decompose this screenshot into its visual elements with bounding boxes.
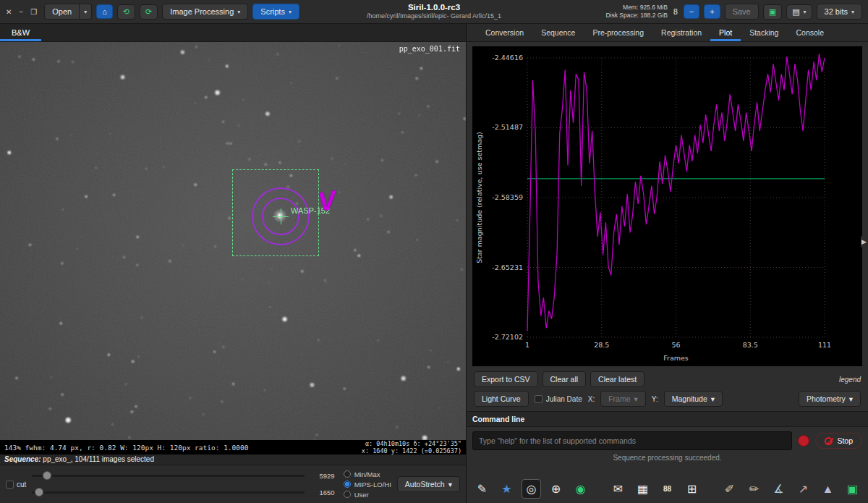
zoom-out-button[interactable]: − xyxy=(684,4,699,19)
y-axis-select[interactable]: Magnitude ▾ xyxy=(664,391,723,407)
tab-registration[interactable]: Registration xyxy=(652,24,710,41)
command-input[interactable] xyxy=(472,431,792,450)
radio-mips-lohi[interactable] xyxy=(344,481,351,488)
minus-icon: − xyxy=(689,7,694,16)
zoom-in-button[interactable]: + xyxy=(704,4,720,19)
grid-icon[interactable]: ▦ xyxy=(633,479,652,499)
radio-user[interactable] xyxy=(344,491,351,498)
x-axis-select[interactable]: Frame ▾ xyxy=(600,391,646,407)
photometry-aperture-icon[interactable]: ◉ xyxy=(571,479,590,499)
x-tick-label: 111 xyxy=(818,341,831,349)
light-curve-button[interactable]: Light Curve xyxy=(474,391,529,407)
stop-icon xyxy=(825,437,833,445)
panel-expander[interactable]: ▶ xyxy=(861,236,867,248)
monitor-display-icon[interactable]: ▣ xyxy=(843,479,862,499)
image-icon: ▤ xyxy=(792,7,799,17)
photometry-select[interactable]: Photometry ▾ xyxy=(799,391,861,407)
processing-status: Sequence processing succeeded. xyxy=(467,452,868,463)
coord-ra-dec: α: 04h10m10s δ: +24°23'35" xyxy=(362,440,461,447)
save-button[interactable]: Save xyxy=(725,4,759,20)
histogram-icon[interactable]: ▲ xyxy=(818,479,838,499)
chevron-down-icon: ▾ xyxy=(711,394,715,403)
tab-console[interactable]: Console xyxy=(787,24,833,41)
bit-depth-label: 32 bits xyxy=(825,7,848,16)
open-dropdown-button[interactable]: ▾ xyxy=(80,4,92,20)
clear-all-button[interactable]: Clear all xyxy=(542,371,587,387)
chevron-down-icon: ▾ xyxy=(84,9,87,15)
radio-mips-lohi-label: MIPS-LO/HI xyxy=(354,481,391,489)
close-icon[interactable]: ✕ xyxy=(6,8,12,16)
x-tick-label: 83.5 xyxy=(743,341,758,349)
tab-plot[interactable]: Plot xyxy=(710,24,741,41)
y-tick-label: -2.51487 xyxy=(492,123,523,131)
scripts-button[interactable]: Scripts ▾ xyxy=(252,4,299,20)
image-tabbar: B&W xyxy=(0,24,466,42)
image-processing-button[interactable]: Image Processing ▾ xyxy=(162,4,248,20)
sequence-label: Sequence: xyxy=(4,455,41,463)
tab-bw[interactable]: B&W xyxy=(0,24,41,41)
image-viewport[interactable]: pp_exo_001.fit WASP-152 V xyxy=(0,42,466,440)
compass-icon[interactable]: ∡ xyxy=(769,479,788,499)
slider-handle[interactable] xyxy=(43,471,51,480)
coord-xy: x: 1640 y: 1422 (=0.025637) xyxy=(362,447,461,455)
globe-astrometry-icon[interactable]: ⊕ xyxy=(546,479,566,499)
display-mode-button[interactable]: ▤ ▾ xyxy=(786,4,812,20)
y-tick-label: -2.72102 xyxy=(492,333,523,341)
plot-controls: Light Curve Julian Date X: Frame ▾ Y: Ma… xyxy=(467,389,868,411)
low-level-slider[interactable] xyxy=(32,491,304,494)
tab-stacking[interactable]: Stacking xyxy=(741,24,787,41)
chevron-down-icon: ▾ xyxy=(849,394,853,403)
y-tick-label: -2.65231 xyxy=(492,263,523,271)
eyedropper-icon[interactable]: ✐ xyxy=(720,479,739,499)
x-axis-label: X: xyxy=(588,395,595,403)
open-button[interactable]: Open xyxy=(44,4,80,20)
image-processing-label: Image Processing xyxy=(170,7,234,16)
cut-checkbox[interactable] xyxy=(6,481,14,489)
scaling-mode-radios: Min/Max MIPS-LO/HI User xyxy=(344,470,391,499)
radio-minmax[interactable] xyxy=(344,470,351,478)
clear-latest-button[interactable]: Clear latest xyxy=(590,371,644,387)
julian-date-checkbox[interactable] xyxy=(535,395,542,403)
slider-handle[interactable] xyxy=(35,488,43,496)
x-axis-title: Frames xyxy=(663,354,689,362)
x-tick-label: 1 xyxy=(525,341,529,349)
message-icon[interactable]: ⊞ xyxy=(682,479,702,499)
high-level-slider[interactable] xyxy=(32,475,304,477)
clear-command-icon[interactable] xyxy=(798,435,809,447)
stop-button[interactable]: Stop xyxy=(815,433,862,449)
pen-icon[interactable]: ✏ xyxy=(744,479,764,499)
radio-minmax-label: Min/Max xyxy=(354,470,380,478)
control-panel: Conversion Sequence Pre-processing Regis… xyxy=(466,24,868,503)
export-csv-button[interactable]: Export to CSV xyxy=(474,371,538,387)
snapshot-button[interactable]: ▣ xyxy=(763,4,782,20)
undo-button[interactable]: ⟲ xyxy=(117,4,135,20)
chat-icon[interactable]: ✉ xyxy=(608,479,628,499)
y-tick-label: -2.44616 xyxy=(492,54,523,62)
calculator-icon[interactable]: 88 xyxy=(658,479,677,499)
redo-button[interactable]: ⟳ xyxy=(140,4,158,20)
plus-icon: + xyxy=(710,7,714,16)
autostretch-button[interactable]: AutoStretch ▾ xyxy=(397,476,460,492)
target-selection-icon[interactable]: ◎ xyxy=(522,479,541,499)
tab-sequence[interactable]: Sequence xyxy=(532,24,584,41)
home-button[interactable]: ⌂ xyxy=(96,4,113,19)
script-editor-icon[interactable]: ✎ xyxy=(472,479,492,499)
minimize-icon[interactable]: − xyxy=(19,8,23,16)
needle-icon[interactable]: ↗ xyxy=(793,479,813,499)
titlebar: ✕ − ❐ Open ▾ ⌂ ⟲ ⟳ Image Processing ▾ Sc… xyxy=(0,0,868,24)
tab-conversion[interactable]: Conversion xyxy=(477,24,532,41)
selection-box[interactable]: WASP-152 V xyxy=(232,169,319,256)
tab-preprocessing[interactable]: Pre-processing xyxy=(584,24,652,41)
light-curve-plot: -2.44616-2.51487-2.58359-2.65231-2.72102… xyxy=(472,46,862,366)
maximize-icon[interactable]: ❐ xyxy=(30,8,37,16)
window-controls: ✕ − ❐ xyxy=(6,8,37,16)
image-filename: pp_exo_001.fit xyxy=(399,45,460,53)
bit-depth-button[interactable]: 32 bits ▾ xyxy=(817,4,862,20)
status-info: 143% fwhm: 4.74 px, r: 0.82 W: 120px H: … xyxy=(4,444,248,452)
disk-space: Disk Space: 188.2 GiB xyxy=(605,12,668,20)
sequence-info: pp_exo_, 104/111 images selected xyxy=(41,455,154,463)
radio-user-label: User xyxy=(354,491,369,499)
crosshair-icon xyxy=(281,208,281,224)
photometry-label: Photometry xyxy=(807,394,846,403)
star-detection-icon[interactable]: ★ xyxy=(497,479,516,499)
